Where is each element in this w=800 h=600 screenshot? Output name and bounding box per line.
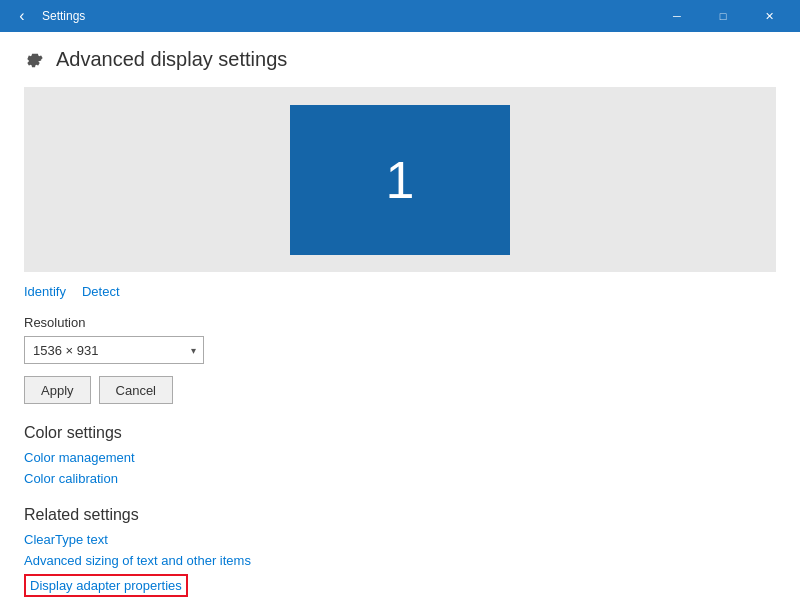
page-header: Advanced display settings [24,48,776,71]
resolution-section: Resolution 1536 × 931 1920 × 1080 1280 ×… [24,315,776,364]
identify-link[interactable]: Identify [24,284,66,299]
identify-detect-row: Identify Detect [24,284,776,299]
detect-link[interactable]: Detect [82,284,120,299]
color-settings-section: Color settings Color management Color ca… [24,424,776,486]
page-title: Advanced display settings [56,48,287,71]
display-adapter-link[interactable]: Display adapter properties [24,574,188,597]
title-bar: ‹ Settings ─ □ ✕ [0,0,800,32]
main-content: Advanced display settings 1 Identify Det… [0,32,800,600]
back-button[interactable]: ‹ [8,2,36,30]
apply-button[interactable]: Apply [24,376,91,404]
title-bar-controls: ─ □ ✕ [654,0,792,32]
minimize-button[interactable]: ─ [654,0,700,32]
color-management-link[interactable]: Color management [24,450,776,465]
advanced-sizing-link[interactable]: Advanced sizing of text and other items [24,553,776,568]
color-calibration-link[interactable]: Color calibration [24,471,776,486]
resolution-label: Resolution [24,315,776,330]
cleartype-link[interactable]: ClearType text [24,532,776,547]
gear-icon [24,50,44,70]
maximize-button[interactable]: □ [700,0,746,32]
back-icon: ‹ [19,7,24,25]
monitor-number: 1 [386,150,415,210]
related-settings-section: Related settings ClearType text Advanced… [24,506,776,600]
title-bar-title: Settings [36,9,654,23]
cancel-button[interactable]: Cancel [99,376,173,404]
close-icon: ✕ [765,10,774,23]
resolution-dropdown-wrapper: 1536 × 931 1920 × 1080 1280 × 720 1024 ×… [24,336,204,364]
buttons-row: Apply Cancel [24,376,776,404]
color-settings-heading: Color settings [24,424,776,442]
minimize-icon: ─ [673,10,681,22]
monitor-area: 1 [24,87,776,272]
maximize-icon: □ [720,10,727,22]
resolution-select[interactable]: 1536 × 931 1920 × 1080 1280 × 720 1024 ×… [24,336,204,364]
monitor-screen: 1 [290,105,510,255]
close-button[interactable]: ✕ [746,0,792,32]
related-settings-heading: Related settings [24,506,776,524]
